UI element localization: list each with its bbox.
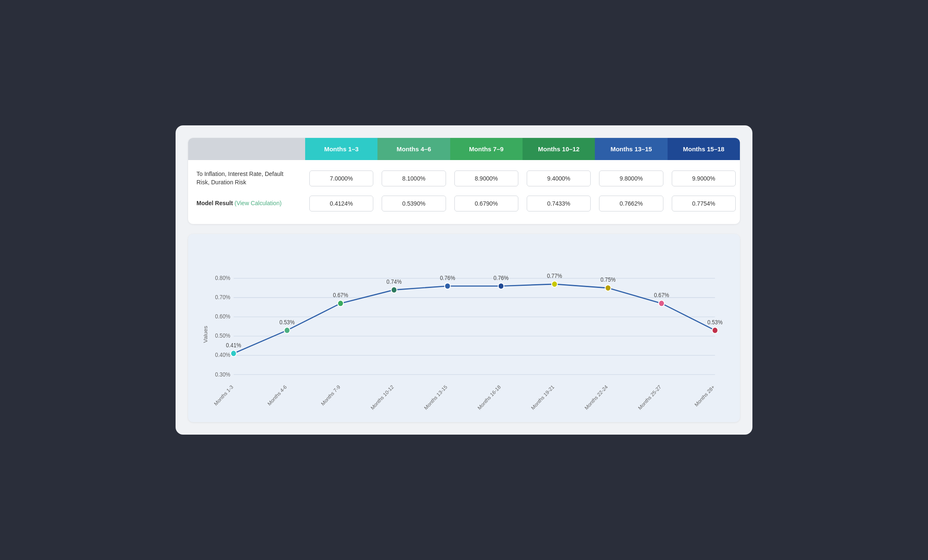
table-header-col-2: Months 7–9 [450,138,523,160]
svg-text:Months 7-9: Months 7-9 [320,384,341,407]
forecast-table-card: Months 1–3Months 4–6Months 7–9Months 10–… [188,138,740,224]
table-row-1: Model Result (View Calculation)0.4124%0.… [188,193,740,214]
svg-text:Months 16-18: Months 16-18 [477,384,502,411]
data-cell-r1-c4: 0.7662% [595,193,667,214]
svg-text:0.67%: 0.67% [654,292,669,299]
chart-card: 0.80%0.70%0.60%0.50%0.40%0.30%ValuesMont… [188,234,740,422]
table-header-col-1: Months 4–6 [377,138,450,160]
row-label-1: Model Result (View Calculation) [188,196,305,211]
main-container: Months 1–3Months 4–6Months 7–9Months 10–… [176,125,752,435]
svg-text:0.50%: 0.50% [215,333,230,339]
data-box-r1-c3: 0.7433% [527,196,591,211]
svg-point-37 [605,285,611,291]
line-chart-svg: 0.80%0.70%0.60%0.50%0.40%0.30%ValuesMont… [201,255,727,414]
data-cell-r1-c2: 0.6790% [450,193,523,214]
svg-text:Values: Values [202,326,208,343]
table-row-0: To Inflation, Interest Rate, Default Ris… [188,167,740,190]
svg-text:0.77%: 0.77% [547,273,562,280]
row-label-0: To Inflation, Interest Rate, Default Ris… [188,167,305,190]
svg-text:0.67%: 0.67% [333,292,348,299]
svg-text:Months 22-24: Months 22-24 [584,384,609,411]
svg-text:0.76%: 0.76% [493,275,508,281]
svg-text:0.74%: 0.74% [387,279,402,285]
svg-point-25 [284,327,290,333]
data-box-r0-c1: 8.1000% [382,171,446,186]
data-box-r1-c1: 0.5390% [382,196,446,211]
svg-text:0.30%: 0.30% [215,371,230,378]
svg-point-41 [712,327,718,333]
svg-point-31 [445,283,451,289]
svg-text:Months 28+: Months 28+ [693,384,716,408]
svg-text:0.53%: 0.53% [280,319,295,326]
data-box-r1-c5: 0.7754% [672,196,736,211]
data-cell-r0-c5: 9.9000% [668,168,740,189]
data-cell-r1-c5: 0.7754% [668,193,740,214]
table-header: Months 1–3Months 4–6Months 7–9Months 10–… [188,138,740,160]
svg-text:Months 25-27: Months 25-27 [637,384,663,411]
svg-text:0.40%: 0.40% [215,352,230,359]
svg-text:Months 13-15: Months 13-15 [423,384,449,411]
data-box-r0-c0: 7.0000% [309,171,373,186]
data-box-r0-c5: 9.9000% [672,171,736,186]
table-header-col-4: Months 13–15 [595,138,667,160]
data-box-r0-c4: 9.8000% [599,171,663,186]
svg-point-39 [659,300,665,307]
svg-text:Months 1-3: Months 1-3 [213,384,235,407]
chart-area: 0.80%0.70%0.60%0.50%0.40%0.30%ValuesMont… [201,255,727,414]
svg-text:0.80%: 0.80% [215,275,230,282]
data-box-r1-c0: 0.4124% [309,196,373,211]
svg-point-33 [498,283,504,289]
svg-text:0.76%: 0.76% [440,275,455,281]
svg-point-27 [338,300,344,307]
table-body: To Inflation, Interest Rate, Default Ris… [188,160,740,224]
data-cell-r1-c1: 0.5390% [377,193,450,214]
view-calculation-link[interactable]: (View Calculation) [235,200,282,206]
svg-point-23 [231,350,237,356]
svg-text:Months 19-21: Months 19-21 [530,384,556,411]
data-cell-r1-c0: 0.4124% [305,193,377,214]
data-cell-r0-c0: 7.0000% [305,168,377,189]
data-box-r0-c3: 9.4000% [527,171,591,186]
table-header-col-3: Months 10–12 [523,138,595,160]
svg-text:0.53%: 0.53% [707,319,722,326]
table-header-col-5: Months 15–18 [668,138,740,160]
svg-text:0.41%: 0.41% [226,342,241,349]
data-box-r0-c2: 8.9000% [454,171,518,186]
data-cell-r1-c3: 0.7433% [523,193,595,214]
data-box-r1-c4: 0.7662% [599,196,663,211]
svg-text:0.60%: 0.60% [215,313,230,320]
data-cell-r0-c1: 8.1000% [377,168,450,189]
svg-text:0.75%: 0.75% [600,277,615,283]
svg-point-29 [391,287,397,293]
svg-text:Months 4-6: Months 4-6 [266,384,288,407]
svg-text:Months 10-12: Months 10-12 [370,384,395,411]
svg-point-35 [552,281,558,288]
svg-text:0.70%: 0.70% [215,294,230,301]
data-box-r1-c2: 0.6790% [454,196,518,211]
forecast-factor-header [188,138,305,160]
data-cell-r0-c4: 9.8000% [595,168,667,189]
data-cell-r0-c3: 9.4000% [523,168,595,189]
table-header-col-0: Months 1–3 [305,138,377,160]
data-cell-r0-c2: 8.9000% [450,168,523,189]
